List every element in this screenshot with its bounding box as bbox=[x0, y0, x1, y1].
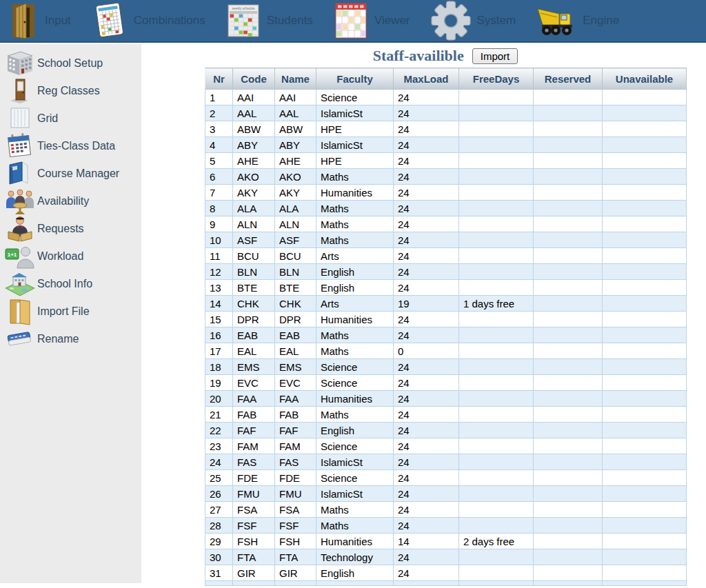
cell-maxload[interactable]: 24 bbox=[394, 502, 459, 518]
cell-reserved[interactable] bbox=[534, 518, 603, 534]
cell-faculty[interactable]: Arts bbox=[316, 248, 394, 264]
cell-unavailable[interactable] bbox=[603, 90, 687, 105]
cell-code[interactable]: ABW bbox=[233, 121, 275, 137]
cell-unavailable[interactable] bbox=[603, 438, 687, 454]
cell-name[interactable]: FMU bbox=[275, 486, 316, 502]
cell-maxload[interactable]: 24 bbox=[394, 549, 459, 565]
cell-nr[interactable]: 28 bbox=[205, 518, 233, 534]
cell-reserved[interactable] bbox=[534, 169, 603, 185]
cell-freedays[interactable] bbox=[459, 423, 534, 438]
cell-unavailable[interactable] bbox=[603, 232, 687, 248]
cell-unavailable[interactable] bbox=[603, 407, 687, 423]
cell-reserved[interactable] bbox=[534, 343, 603, 359]
cell-reserved[interactable] bbox=[534, 549, 603, 565]
cell-unavailable[interactable] bbox=[603, 280, 687, 296]
cell-code[interactable]: ALN bbox=[233, 216, 275, 232]
cell-name[interactable]: FAF bbox=[275, 423, 316, 438]
cell-maxload[interactable]: 24 bbox=[394, 423, 459, 438]
cell-faculty[interactable]: English bbox=[316, 423, 394, 438]
cell-nr[interactable]: 2 bbox=[205, 105, 233, 121]
cell-nr[interactable]: 6 bbox=[205, 169, 233, 185]
cell-name[interactable]: AHE bbox=[275, 153, 316, 169]
sidebar-item-workload[interactable]: 1+1Workload bbox=[0, 243, 141, 270]
cell-faculty[interactable]: Maths bbox=[316, 407, 394, 423]
cell-reserved[interactable] bbox=[534, 105, 603, 121]
cell-unavailable[interactable] bbox=[603, 343, 687, 359]
cell-name[interactable]: DPR bbox=[275, 312, 316, 327]
cell-nr[interactable]: 27 bbox=[205, 502, 233, 518]
cell-unavailable[interactable] bbox=[603, 565, 687, 581]
cell-freedays[interactable] bbox=[459, 185, 534, 201]
toolbar-item-viewer[interactable]: Viewer bbox=[334, 2, 410, 39]
cell-name[interactable]: GIR bbox=[275, 565, 316, 581]
cell-name[interactable]: AKO bbox=[275, 169, 316, 185]
cell-name[interactable]: EMS bbox=[275, 359, 316, 375]
cell-reserved[interactable] bbox=[534, 454, 603, 470]
cell-reserved[interactable] bbox=[534, 359, 603, 375]
cell-nr[interactable]: 25 bbox=[205, 470, 233, 486]
sidebar-item-course-manager[interactable]: Course Manager bbox=[0, 160, 141, 187]
cell-freedays[interactable] bbox=[459, 232, 534, 248]
cell-reserved[interactable] bbox=[534, 423, 603, 438]
cell-reserved[interactable] bbox=[534, 90, 603, 105]
cell-maxload[interactable]: 24 bbox=[394, 454, 459, 470]
cell-reserved[interactable] bbox=[534, 280, 603, 296]
cell-unavailable[interactable] bbox=[603, 375, 687, 391]
cell-code[interactable]: AHE bbox=[233, 153, 275, 169]
cell-maxload[interactable]: 24 bbox=[394, 312, 459, 327]
cell-unavailable[interactable] bbox=[603, 486, 687, 502]
cell-freedays[interactable] bbox=[459, 549, 534, 565]
cell-maxload[interactable]: 24 bbox=[394, 137, 459, 153]
cell-freedays[interactable] bbox=[459, 153, 534, 169]
cell-code[interactable]: FAA bbox=[233, 391, 275, 407]
cell-name[interactable]: FTA bbox=[275, 549, 316, 565]
cell-faculty[interactable]: Maths bbox=[316, 502, 394, 518]
cell-freedays[interactable] bbox=[459, 343, 534, 359]
cell-name[interactable]: FAB bbox=[275, 407, 316, 423]
cell-maxload[interactable]: 24 bbox=[394, 438, 459, 454]
cell-maxload[interactable]: 24 bbox=[394, 407, 459, 423]
cell-nr[interactable]: 16 bbox=[205, 327, 233, 343]
sidebar-item-reg-classes[interactable]: Reg Classes bbox=[0, 77, 141, 105]
cell-freedays[interactable] bbox=[459, 486, 534, 502]
cell-maxload[interactable]: 24 bbox=[394, 121, 459, 137]
cell-unavailable[interactable] bbox=[603, 105, 687, 121]
cell-name[interactable]: BCU bbox=[275, 248, 316, 264]
cell-nr[interactable]: 18 bbox=[205, 359, 233, 375]
cell-maxload[interactable]: 24 bbox=[394, 216, 459, 232]
cell-code[interactable]: EMS bbox=[233, 359, 275, 375]
cell-unavailable[interactable] bbox=[603, 169, 687, 185]
cell-reserved[interactable] bbox=[534, 375, 603, 391]
cell-faculty[interactable]: Arts bbox=[316, 296, 394, 312]
toolbar-item-input[interactable]: Input bbox=[7, 2, 71, 39]
cell-code[interactable]: FSH bbox=[233, 534, 275, 549]
cell-nr[interactable]: 13 bbox=[205, 280, 233, 296]
sidebar-item-grid[interactable]: Grid bbox=[0, 105, 141, 132]
cell-nr[interactable]: 31 bbox=[205, 565, 233, 581]
cell-reserved[interactable] bbox=[534, 391, 603, 407]
toolbar-item-engine[interactable]: Engine bbox=[536, 4, 619, 37]
cell-freedays[interactable]: 1 days free bbox=[459, 296, 534, 312]
cell-maxload[interactable]: 19 bbox=[394, 296, 459, 312]
cell-maxload[interactable]: 24 bbox=[394, 375, 459, 391]
cell-nr[interactable]: 19 bbox=[205, 375, 233, 391]
cell-freedays[interactable] bbox=[459, 518, 534, 534]
cell-freedays[interactable] bbox=[459, 121, 534, 137]
cell-maxload[interactable]: 0 bbox=[394, 343, 459, 359]
cell-maxload[interactable]: 24 bbox=[394, 280, 459, 296]
cell-reserved[interactable] bbox=[534, 121, 603, 137]
cell-code[interactable]: DPR bbox=[233, 312, 275, 327]
cell-nr[interactable]: 3 bbox=[205, 121, 233, 137]
cell-faculty[interactable]: Technology bbox=[316, 549, 394, 565]
cell-name[interactable]: EAL bbox=[275, 343, 316, 359]
cell-nr[interactable]: 30 bbox=[205, 549, 233, 565]
cell-nr[interactable]: 4 bbox=[205, 137, 233, 153]
cell-code[interactable]: ASF bbox=[233, 232, 275, 248]
cell-code[interactable]: FAS bbox=[233, 454, 275, 470]
cell-maxload[interactable]: 24 bbox=[394, 105, 459, 121]
cell-reserved[interactable] bbox=[534, 153, 603, 169]
cell-freedays[interactable] bbox=[459, 359, 534, 375]
cell-name[interactable]: ASF bbox=[275, 232, 316, 248]
cell-name[interactable]: EVC bbox=[275, 375, 316, 391]
cell-unavailable[interactable] bbox=[603, 185, 687, 201]
